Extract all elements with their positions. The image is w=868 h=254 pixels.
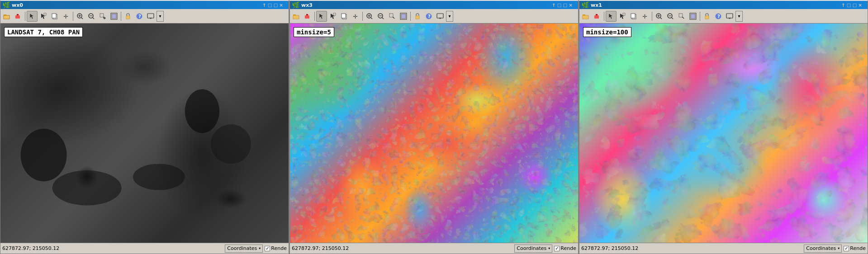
- map-area-wx0[interactable]: LANDSAT 7, CH08 PAN: [0, 24, 289, 243]
- svg-rect-90: [579, 24, 868, 243]
- query-btn-wx3[interactable]: ?: [423, 11, 434, 22]
- render-checkbox-wx1[interactable]: ✓: [844, 246, 849, 251]
- svg-rect-1: [4, 15, 9, 19]
- dropdown-arrow-wx0: ▾: [259, 246, 261, 250]
- display-btn-wx1[interactable]: [724, 11, 735, 22]
- coords-dropdown-wx3[interactable]: Coordinates ▾: [514, 245, 552, 253]
- open-btn-wx1[interactable]: [580, 11, 591, 22]
- coords-dropdown-wx0[interactable]: Coordinates ▾: [225, 245, 263, 253]
- map-area-wx1[interactable]: minsize=100: [579, 24, 868, 243]
- move-btn-wx3[interactable]: ✛: [350, 11, 361, 22]
- svg-rect-22: [112, 14, 116, 19]
- svg-rect-26: [147, 14, 154, 18]
- status-bar-wx1: 627872.97; 215050.12 Coordinates ▾ ✓ Ren…: [579, 243, 868, 254]
- coords-wx3: 627872.97; 215050.12: [292, 245, 512, 251]
- render-check-wx0: ✓ Rende: [265, 245, 287, 251]
- title-bar-wx3: 🌿 wx3 ↑ □ □ ×: [290, 1, 578, 9]
- toolbar-wx3: ✛ ? ▾: [290, 9, 578, 24]
- toolbar-dropdown-wx3[interactable]: ▾: [446, 11, 453, 22]
- move-btn-wx0[interactable]: ✛: [61, 11, 71, 22]
- svg-text:?: ?: [717, 14, 720, 19]
- zoomfit-btn-wx0[interactable]: [109, 11, 119, 22]
- title-bar-buttons-wx1: ↑ □ □ ×: [841, 3, 866, 8]
- coords-dropdown-wx1[interactable]: Coordinates ▾: [804, 245, 842, 253]
- zoomrect-btn-wx0[interactable]: [97, 11, 108, 22]
- zoomin-btn-wx1[interactable]: [654, 11, 664, 22]
- select-btn-wx3[interactable]: [316, 11, 327, 22]
- select2-btn-wx0[interactable]: [38, 11, 49, 22]
- title-bar-wx1: 🌿 wx1 ↑ □ □ ×: [579, 1, 868, 9]
- copy-btn-wx1[interactable]: [628, 11, 639, 22]
- move-btn-wx1[interactable]: ✛: [640, 11, 650, 22]
- svg-rect-65: [594, 15, 599, 19]
- select2-btn-wx3[interactable]: [327, 11, 338, 22]
- open-btn-wx0[interactable]: [1, 11, 12, 22]
- coords-wx0: 627872.97; 215050.12: [2, 245, 223, 251]
- sat-features-wx0: [0, 24, 289, 243]
- toolbar-dropdown-wx1[interactable]: ▾: [735, 11, 743, 22]
- app-logo-wx1: 🌿: [581, 1, 589, 9]
- resize-hint-wx1: ↑ □ □ ×: [841, 3, 862, 8]
- svg-line-81: [682, 17, 684, 19]
- copy-btn-wx0[interactable]: [49, 11, 60, 22]
- display-btn-wx0[interactable]: [145, 11, 156, 22]
- seg5-overlay-wx3: [290, 24, 578, 243]
- map-area-wx3[interactable]: minsize=5: [290, 24, 578, 243]
- svg-line-74: [660, 18, 662, 19]
- svg-rect-43: [342, 14, 346, 18]
- window-title-wx0: wx0: [12, 2, 23, 8]
- sep2-wx0: [73, 12, 73, 21]
- open-btn-wx3[interactable]: [291, 11, 302, 22]
- toolbar-wx1: ✛ ? ▾: [579, 9, 868, 24]
- zoomfit-btn-wx1[interactable]: [688, 11, 698, 22]
- select-btn-wx0[interactable]: [27, 11, 38, 22]
- svg-marker-68: [620, 14, 624, 19]
- erase-btn-wx0[interactable]: [13, 11, 24, 22]
- title-bar-buttons-wx0: ↑ □ □ ×: [262, 3, 287, 8]
- dropdown-arrow-wx1: ▾: [838, 246, 840, 250]
- svg-line-12: [81, 18, 83, 19]
- toolbar-wx0: ✛ ? ▾: [0, 9, 289, 24]
- title-bar-wx0: 🌿 wx0 ↑ □ □ ×: [0, 1, 289, 9]
- svg-line-50: [382, 18, 384, 19]
- render-checkbox-wx3[interactable]: ✓: [554, 246, 560, 251]
- lock-btn-wx3[interactable]: [412, 11, 423, 22]
- display-btn-wx3[interactable]: [435, 11, 446, 22]
- zoomout-btn-wx1[interactable]: [665, 11, 676, 22]
- zoomrect-btn-wx1[interactable]: [676, 11, 687, 22]
- select-btn-wx1[interactable]: [606, 11, 617, 22]
- lock-btn-wx1[interactable]: [702, 11, 712, 22]
- app-logo-wx3: 🌿: [292, 1, 299, 9]
- zoomfit-btn-wx3[interactable]: [398, 11, 409, 22]
- map-label-wx0: LANDSAT 7, CH08 PAN: [4, 27, 83, 37]
- render-checkbox-wx0[interactable]: ✓: [265, 246, 270, 251]
- query-btn-wx0[interactable]: ?: [134, 11, 145, 22]
- svg-rect-64: [583, 15, 588, 19]
- svg-point-32: [185, 89, 219, 133]
- svg-rect-18: [100, 14, 104, 17]
- window-title-wx1: wx1: [591, 2, 602, 8]
- resize-hint-wx3: ↑ □ □ ×: [552, 3, 573, 8]
- svg-point-30: [21, 129, 67, 181]
- zoomin-btn-wx3[interactable]: [364, 11, 375, 22]
- svg-rect-84: [705, 16, 709, 19]
- toolbar-dropdown-wx0[interactable]: ▾: [157, 11, 164, 22]
- svg-text:?: ?: [428, 14, 431, 19]
- render-check-wx3: ✓ Rende: [554, 245, 576, 251]
- svg-rect-56: [416, 16, 419, 19]
- select2-btn-wx1[interactable]: [617, 11, 628, 22]
- zoomin-btn-wx0[interactable]: [75, 11, 85, 22]
- erase-btn-wx3[interactable]: [302, 11, 313, 22]
- svg-point-34: [211, 124, 251, 164]
- query-btn-wx1[interactable]: ?: [713, 11, 724, 22]
- zoomrect-btn-wx3[interactable]: [387, 11, 398, 22]
- copy-btn-wx3[interactable]: [339, 11, 350, 22]
- zoomout-btn-wx0[interactable]: [86, 11, 97, 22]
- status-bar-wx3: 627872.97; 215050.12 Coordinates ▾ ✓ Ren…: [290, 243, 578, 254]
- lock-btn-wx0[interactable]: [123, 11, 133, 22]
- app-logo-wx0: 🌿: [2, 1, 10, 9]
- svg-rect-55: [401, 14, 406, 19]
- zoomout-btn-wx3[interactable]: [375, 11, 386, 22]
- sep3-wx3: [410, 12, 411, 21]
- erase-btn-wx1[interactable]: [592, 11, 602, 22]
